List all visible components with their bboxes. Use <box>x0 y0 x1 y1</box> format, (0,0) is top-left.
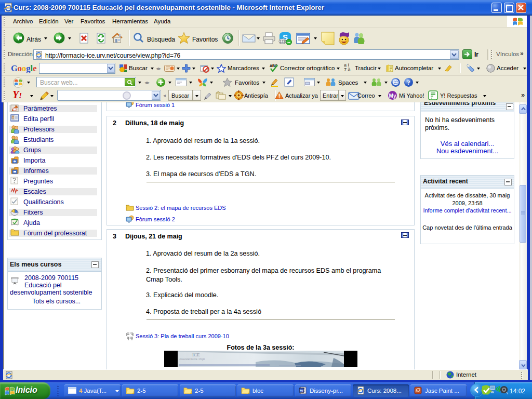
svg-text:ICE: ICE <box>192 352 200 357</box>
svg-text:?: ? <box>407 79 410 86</box>
svg-text:123: 123 <box>280 39 285 43</box>
svg-text:Universitat Rovira i Virgili: Universitat Rovira i Virgili <box>179 358 205 361</box>
svg-text:W: W <box>300 389 303 393</box>
svg-text:My: My <box>389 93 396 99</box>
